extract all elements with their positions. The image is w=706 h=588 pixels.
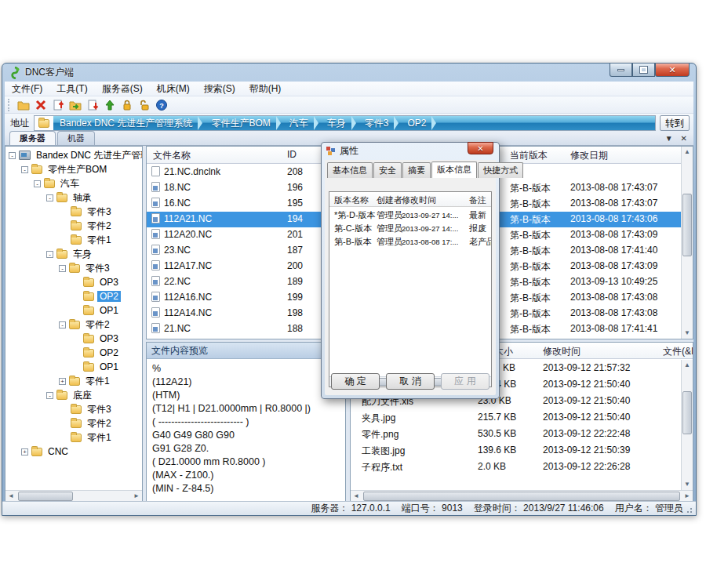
- chevron-down-icon[interactable]: ▼: [665, 134, 673, 143]
- nc-file-icon: [151, 245, 160, 255]
- upload-arrow-icon[interactable]: [101, 98, 118, 112]
- tree-item-零件2[interactable]: 零件2: [5, 219, 142, 233]
- tree-item-零件1[interactable]: +零件1: [5, 374, 142, 388]
- tree-item-零件1[interactable]: 零件1: [5, 430, 142, 445]
- dialog-tab-版本信息[interactable]: 版本信息: [431, 162, 477, 178]
- collapse-icon[interactable]: -: [34, 180, 41, 187]
- breadcrumb-item-2[interactable]: 汽车: [283, 116, 321, 130]
- attachment-row-子程序.txt[interactable]: 子程序.txt2.0 KB2013-09-12 22:26:28: [351, 459, 681, 475]
- go-button[interactable]: 转到: [660, 115, 690, 131]
- tree-label: OP1: [97, 361, 121, 372]
- tree-label: 零件2: [85, 220, 114, 233]
- unlock-icon[interactable]: [136, 98, 153, 112]
- col-mod-date[interactable]: 修改日期: [570, 149, 608, 162]
- tree-item-OP1[interactable]: OP1: [5, 303, 142, 318]
- close-button[interactable]: ✕: [655, 64, 690, 77]
- tab-机器[interactable]: 机器: [57, 131, 95, 145]
- version-row-第-B-版本[interactable]: 第-B-版本管理员2013-08-08 17:...老产品程序: [329, 234, 491, 248]
- version-row-*第-D-版本[interactable]: *第-D-版本管理员2013-09-27 14:...最新: [329, 208, 491, 221]
- menu-item-2[interactable]: 服务器(S): [95, 81, 150, 97]
- collapse-icon[interactable]: -: [46, 251, 53, 258]
- tree-hscrollbar[interactable]: ◄►: [5, 490, 142, 502]
- col-note[interactable]: 备注: [469, 194, 486, 206]
- panel-close-icon[interactable]: ✕: [681, 134, 687, 143]
- menu-item-5[interactable]: 帮助(H): [242, 81, 289, 97]
- attachment-row-工装图.jpg[interactable]: 工装图.jpg139.6 KB2013-09-12 21:50:39: [351, 442, 681, 459]
- dialog-tab-摘要[interactable]: 摘要: [402, 162, 431, 178]
- col-creator[interactable]: 创建者: [377, 194, 402, 206]
- breadcrumb-item-4[interactable]: 零件3: [358, 116, 402, 130]
- tree-item-轴承[interactable]: -轴承: [5, 191, 142, 205]
- maximize-button[interactable]: [632, 64, 655, 77]
- address-box[interactable]: Bandex DNC 先进生产管理系统零件生产BOM汽车车身零件3OP2: [34, 115, 656, 131]
- minimize-button[interactable]: [610, 64, 632, 77]
- col-version[interactable]: 当前版本: [510, 149, 548, 162]
- menu-item-4[interactable]: 搜索(S): [197, 81, 242, 97]
- tree-item-OP3[interactable]: OP3: [5, 275, 142, 289]
- address-folder-icon: [35, 116, 53, 130]
- tree-item-车身[interactable]: -车身: [5, 247, 142, 261]
- send-folder-icon[interactable]: [67, 98, 84, 112]
- checkout-file-icon[interactable]: [84, 98, 101, 112]
- col-id[interactable]: ID: [287, 149, 297, 160]
- expand-icon[interactable]: +: [21, 448, 28, 456]
- dialog-close-button[interactable]: ✕: [468, 142, 493, 154]
- menu-item-3[interactable]: 机床(M): [150, 81, 197, 97]
- checkin-file-icon[interactable]: [49, 98, 67, 112]
- tree-item-汽车[interactable]: -汽车: [5, 176, 142, 191]
- collapse-icon[interactable]: -: [9, 152, 16, 159]
- window-title: DNC客户端: [25, 66, 74, 79]
- breadcrumb-item-5[interactable]: OP2: [401, 116, 439, 130]
- tree-item-Bandex DNC 先进生产管理系统[interactable]: -Bandex DNC 先进生产管理系统: [5, 148, 142, 162]
- tree-item-零件3[interactable]: 零件3: [5, 402, 142, 416]
- dialog-tab-基本信息[interactable]: 基本信息: [327, 162, 373, 178]
- dialog-tab-安全[interactable]: 安全: [373, 162, 402, 178]
- tree-item-零件2[interactable]: -零件2: [5, 318, 142, 332]
- collapse-icon[interactable]: -: [59, 265, 66, 272]
- tree-item-零件3[interactable]: -零件3: [5, 261, 142, 275]
- version-row-第-C-版本[interactable]: 第-C-版本管理员2013-09-27 14:...报废: [329, 221, 491, 234]
- collapse-icon[interactable]: -: [46, 194, 53, 201]
- col-mtime[interactable]: 修改时间: [402, 194, 436, 206]
- delete-icon[interactable]: [32, 98, 49, 112]
- tree-item-零件生产BOM[interactable]: -零件生产BOM: [5, 162, 142, 176]
- attachment-row-夹具.jpg[interactable]: 夹具.jpg215.7 KB2013-09-12 21:50:40: [351, 409, 681, 426]
- collapse-icon[interactable]: -: [46, 392, 53, 399]
- breadcrumb-item-0[interactable]: Bandex DNC 先进生产管理系统: [53, 116, 205, 130]
- collapse-icon[interactable]: -: [21, 166, 28, 173]
- ok-button[interactable]: 确 定: [331, 373, 380, 390]
- col-file-name[interactable]: 文件名称: [153, 149, 191, 162]
- collapse-icon[interactable]: -: [59, 321, 66, 328]
- expand-icon[interactable]: +: [59, 378, 66, 385]
- dialog-buttons: 确 定 取 消 应 用: [325, 373, 496, 390]
- menu-item-0[interactable]: 文件(F): [5, 81, 49, 97]
- cancel-button[interactable]: 取 消: [386, 373, 435, 390]
- file-list-vscrollbar[interactable]: ▲▼: [681, 147, 693, 339]
- tree-item-OP2[interactable]: OP2: [5, 346, 142, 360]
- tree-item-OP3[interactable]: OP3: [5, 332, 142, 346]
- attachments-hscrollbar[interactable]: ◄►: [351, 490, 693, 502]
- tree-item-OP2[interactable]: OP2: [5, 289, 142, 303]
- col-file[interactable]: 文件(&I: [663, 345, 693, 358]
- tab-服务器[interactable]: 服务器: [9, 131, 56, 145]
- tree-item-零件2[interactable]: 零件2: [5, 416, 142, 430]
- tree-item-零件1[interactable]: 零件1: [5, 233, 142, 247]
- col-version-name[interactable]: 版本名称: [334, 194, 369, 206]
- new-folder-icon[interactable]: [15, 98, 32, 112]
- breadcrumb-item-1[interactable]: 零件生产BOM: [205, 116, 282, 130]
- attachment-row-零件.png[interactable]: 零件.png530.5 KB2013-09-12 22:22:48: [351, 426, 681, 442]
- lock-icon[interactable]: [118, 98, 136, 112]
- tree-item-CNC[interactable]: +CNC: [5, 445, 142, 459]
- col-mod-time[interactable]: 修改时间: [543, 345, 580, 358]
- folder-icon: [56, 250, 67, 259]
- dialog-tab-快捷方式[interactable]: 快捷方式: [478, 162, 523, 178]
- help-icon[interactable]: ?: [153, 98, 170, 112]
- attachments-vscrollbar[interactable]: ▲▼: [681, 360, 693, 490]
- menu-item-1[interactable]: 工具(T): [49, 81, 94, 97]
- tree-item-零件3[interactable]: 零件3: [5, 205, 142, 219]
- folder-icon: [71, 419, 82, 428]
- resize-grip[interactable]: [686, 506, 694, 514]
- tree-item-OP1[interactable]: OP1: [5, 360, 142, 374]
- tree-item-底座[interactable]: -底座: [5, 388, 142, 402]
- breadcrumb-item-3[interactable]: 车身: [321, 116, 358, 130]
